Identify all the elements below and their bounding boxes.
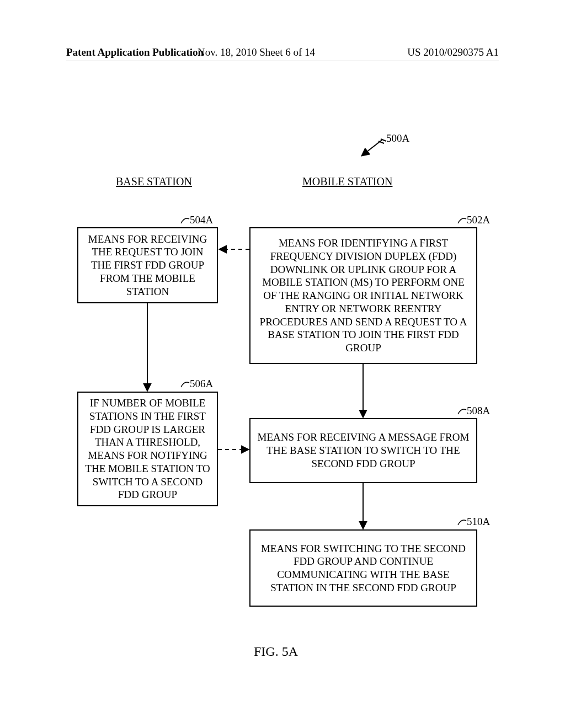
ref-502a-label: 502A <box>467 214 490 226</box>
box-504a-text: MEANS FOR RECEIVING THE REQUEST TO JOIN … <box>84 233 211 298</box>
svg-line-0 <box>362 140 382 156</box>
box-504a: MEANS FOR RECEIVING THE REQUEST TO JOIN … <box>77 227 218 303</box>
ref-510a-label: 510A <box>467 516 490 528</box>
box-508a: MEANS FOR RECEIVING A MESSAGE FROM THE B… <box>249 418 477 483</box>
box-502a: MEANS FOR IDENTIFYING A FIRST FREQUENCY … <box>249 227 477 364</box>
connectors-overlay <box>0 0 565 728</box>
svg-line-1 <box>381 139 386 141</box>
ref-500a-arrow-icon <box>362 139 386 156</box>
box-510a-text: MEANS FOR SWITCHING TO THE SECOND FDD GR… <box>256 542 471 595</box>
box-510a: MEANS FOR SWITCHING TO THE SECOND FDD GR… <box>249 529 477 607</box>
header-right: US 2010/0290375 A1 <box>407 46 499 58</box>
ref-504a-label: 504A <box>190 214 213 226</box>
page-header: Patent Application Publication Nov. 18, … <box>0 46 565 58</box>
column-heading-mobile-station: MOBILE STATION <box>302 175 392 188</box>
svg-line-2 <box>379 141 384 143</box>
box-508a-text: MEANS FOR RECEIVING A MESSAGE FROM THE B… <box>256 431 471 470</box>
header-divider <box>66 61 499 61</box>
box-506a-text: IF NUMBER OF MOBILE STATIONS IN THE FIRS… <box>84 397 211 501</box>
column-heading-base-station: BASE STATION <box>116 175 192 188</box>
box-502a-text: MEANS FOR IDENTIFYING A FIRST FREQUENCY … <box>256 237 471 355</box>
header-left: Patent Application Publication <box>66 46 204 58</box>
ref-506a-label: 506A <box>190 378 213 390</box>
header-center: Nov. 18, 2010 Sheet 6 of 14 <box>198 46 315 58</box>
figure-caption: FIG. 5A <box>254 644 298 659</box>
box-506a: IF NUMBER OF MOBILE STATIONS IN THE FIRS… <box>77 392 218 506</box>
ref-500a-label: 500A <box>386 132 409 144</box>
ref-508a-label: 508A <box>467 405 490 417</box>
